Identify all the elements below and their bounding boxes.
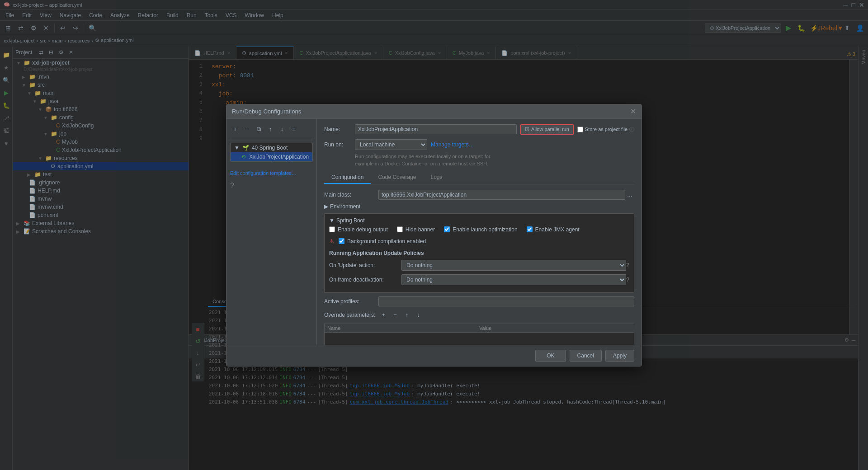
on-update-help-icon[interactable]: ?	[626, 262, 629, 268]
tree-config-selected[interactable]: ⚙ XxlJobProjectApplication	[231, 152, 312, 161]
spring-boot-label: 40 Spring Boot	[252, 145, 288, 151]
store-project-checkbox[interactable]	[577, 127, 583, 132]
run-hint: Run configurations may be executed local…	[355, 153, 634, 168]
name-row: Name: ☑ Allow parallel run Store as proj…	[324, 124, 634, 135]
add-param-button[interactable]: +	[378, 310, 388, 320]
active-profiles-input[interactable]	[378, 296, 634, 306]
hide-banner-label: Hide banner	[406, 226, 435, 233]
remove-config-button[interactable]: −	[242, 124, 252, 134]
apply-button[interactable]: Apply	[605, 350, 634, 362]
spring-boot-icon: 🌱	[242, 145, 249, 151]
enable-jmx-label: Enable JMX agent	[535, 226, 580, 233]
on-frame-help-icon[interactable]: ?	[626, 276, 629, 283]
dialog-overlay: Run/Debug Configurations ✕ + − ⧉ ↑ ↓ ≡ ▼…	[0, 0, 868, 470]
running-policies-label: Running Application Update Policies	[329, 250, 629, 256]
spring-checkboxes: Enable debug output Hide banner Enable l…	[329, 226, 629, 246]
dialog-config-tabs: Configuration Code Coverage Logs	[324, 171, 634, 184]
on-frame-select[interactable]: Do nothing Update classes and resources …	[401, 274, 626, 285]
dialog-config-form: Name: ☑ Allow parallel run Store as proj…	[317, 119, 642, 345]
update-policies: Running Application Update Policies On '…	[329, 250, 629, 285]
run-debug-dialog: Run/Debug Configurations ✕ + − ⧉ ↑ ↓ ≡ ▼…	[226, 104, 642, 367]
run-on-row: Run on: Local machine Manage targets…	[324, 139, 634, 150]
sort-button[interactable]: ≡	[289, 124, 299, 134]
store-project-label: Store as project file	[585, 127, 627, 132]
name-input[interactable]	[355, 124, 517, 134]
main-class-label: Main class:	[324, 192, 378, 198]
cancel-button[interactable]: Cancel	[570, 350, 602, 362]
hide-banner-row: Hide banner	[397, 226, 435, 233]
move-up-button[interactable]: ↑	[265, 124, 275, 134]
environment-toggle[interactable]: ▶ Environment	[324, 203, 634, 210]
col-name-header: Name	[327, 325, 479, 331]
dialog-footer: OK Cancel Apply	[226, 345, 642, 366]
allow-parallel-button[interactable]: ☑ Allow parallel run	[520, 124, 574, 135]
enable-jmx-row: Enable JMX agent	[527, 226, 580, 233]
move-param-up-button[interactable]: ↑	[402, 310, 412, 320]
edit-templates-link[interactable]: Edit configuration templates…	[230, 166, 313, 176]
dialog-title: Run/Debug Configurations	[232, 108, 301, 115]
edit-config-templates[interactable]: Edit configuration templates…	[230, 170, 297, 176]
dialog-title-bar: Run/Debug Configurations ✕	[226, 104, 642, 119]
col-value-header: Value	[479, 325, 631, 331]
ok-button[interactable]: OK	[535, 350, 566, 362]
main-class-input[interactable]	[378, 190, 625, 200]
enable-debug-checkbox[interactable]	[329, 226, 335, 232]
store-info-icon: ⓘ	[629, 126, 634, 133]
dialog-tree-toolbar: + − ⧉ ↑ ↓ ≡	[230, 122, 313, 138]
name-label: Name:	[324, 126, 351, 132]
move-down-button[interactable]: ↓	[277, 124, 287, 134]
dialog-close-button[interactable]: ✕	[630, 107, 636, 116]
add-config-button[interactable]: +	[230, 124, 240, 134]
spring-section-label: Spring Boot	[336, 217, 365, 224]
remove-param-button[interactable]: −	[390, 310, 400, 320]
move-param-down-button[interactable]: ↓	[414, 310, 424, 320]
help-icon[interactable]: ?	[230, 182, 234, 189]
enable-launch-checkbox[interactable]	[444, 226, 450, 232]
enable-launch-row: Enable launch optimization	[444, 226, 517, 233]
main-class-browse-button[interactable]: …	[625, 191, 634, 199]
config-name: XxlJobProjectApplication	[249, 154, 309, 160]
store-project-row: Store as project file ⓘ	[577, 126, 634, 133]
tree-spring-boot-group[interactable]: ▼ 🌱 40 Spring Boot	[231, 143, 312, 152]
dialog-body: + − ⧉ ↑ ↓ ≡ ▼ 🌱 40 Spring Boot ⚙ XxlJo	[226, 119, 642, 345]
environment-section: ▶ Environment	[324, 203, 634, 210]
spring-arrow: ▼	[329, 217, 335, 224]
active-profiles-label: Active profiles:	[324, 298, 378, 305]
manage-targets-link[interactable]: Manage targets…	[431, 141, 474, 148]
copy-config-button[interactable]: ⧉	[254, 124, 264, 134]
tab-configuration[interactable]: Configuration	[324, 171, 371, 184]
config-icon: ⚙	[241, 154, 246, 160]
on-update-row: On 'Update' action: Do nothing Update cl…	[329, 260, 629, 271]
tab-logs[interactable]: Logs	[423, 171, 449, 184]
enable-launch-label: Enable launch optimization	[453, 226, 517, 233]
tab-code-coverage[interactable]: Code Coverage	[371, 171, 423, 184]
enable-jmx-checkbox[interactable]	[527, 226, 533, 232]
enable-debug-row: Enable debug output	[329, 226, 388, 233]
allow-parallel-label: Allow parallel run	[531, 127, 569, 132]
spring-boot-section: ▼ Spring Boot Enable debug output Hide b…	[324, 213, 634, 293]
enable-debug-label: Enable debug output	[338, 226, 388, 233]
params-table-header: Name Value	[324, 324, 634, 332]
override-params-row: Override parameters: + − ↑ ↓	[324, 310, 634, 320]
on-frame-row: On frame deactivation: Do nothing Update…	[329, 274, 629, 285]
override-params-section: Override parameters: + − ↑ ↓ Name Value	[324, 310, 634, 345]
main-class-row: Main class: …	[324, 190, 634, 200]
env-label: Environment	[330, 203, 360, 210]
spring-boot-section-title[interactable]: ▼ Spring Boot	[329, 217, 629, 224]
bg-compilation-label: Background compilation enabled	[347, 238, 426, 244]
dialog-tree-body: ▼ 🌱 40 Spring Boot ⚙ XxlJobProjectApplic…	[230, 143, 313, 162]
bg-warn-icon: ⚠	[329, 238, 334, 244]
on-update-select[interactable]: Do nothing Update classes and resources …	[401, 260, 626, 271]
dialog-config-tree: + − ⧉ ↑ ↓ ≡ ▼ 🌱 40 Spring Boot ⚙ XxlJo	[226, 119, 317, 345]
env-arrow: ▶	[324, 203, 328, 210]
dialog-help: ?	[230, 176, 313, 190]
hide-banner-checkbox[interactable]	[397, 226, 403, 232]
run-on-select[interactable]: Local machine	[355, 139, 427, 150]
bg-compilation-checkbox[interactable]	[339, 238, 344, 244]
override-params-label: Override parameters:	[324, 312, 378, 318]
active-profiles-row: Active profiles:	[324, 296, 634, 306]
params-table-body	[324, 332, 634, 345]
on-update-label: On 'Update' action:	[329, 262, 401, 268]
checkbox-check: ☑	[525, 127, 529, 132]
run-on-label: Run on:	[324, 141, 351, 148]
